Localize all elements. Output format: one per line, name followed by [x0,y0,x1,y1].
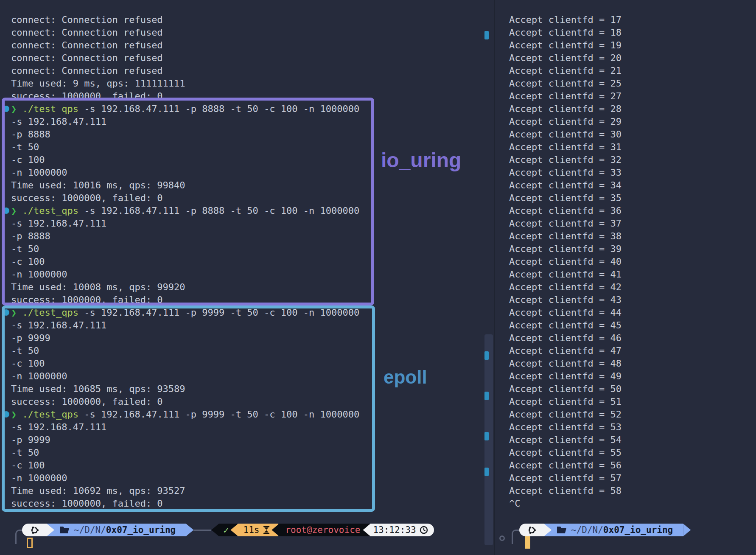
accept-line: Accept clientfd = 35 [509,192,756,205]
io-uring-annotation-box [2,98,374,306]
user-host-segment: root@zerovoice [272,524,370,536]
accept-line: Accept clientfd = 57 [509,472,756,485]
accept-line: Accept clientfd = 47 [509,345,756,357]
prompt-frame-corner [15,530,22,544]
accept-line: Accept clientfd = 33 [509,166,756,179]
duration-value: 11s [243,525,259,535]
accept-line: Accept clientfd = 20 [509,52,756,64]
terminal-line: connect: Connection refused [11,14,494,26]
accept-line: Accept clientfd = 54 [509,434,756,446]
io-uring-label: io_uring [381,149,461,172]
open-folder-icon [557,526,567,534]
accept-line: Accept clientfd = 43 [509,294,756,306]
terminal-line: connect: Connection refused [11,26,494,39]
accept-line: Accept clientfd = 52 [509,408,756,421]
prompt-frame-ring [499,535,505,541]
terminal-line: connect: Connection refused [11,52,494,64]
accept-line: Accept clientfd = 49 [509,370,756,383]
accept-line: Accept clientfd = 50 [509,383,756,395]
terminal-cursor-focused [525,535,530,549]
accept-line: Accept clientfd = 51 [509,395,756,408]
check-icon: ✓ [223,525,229,535]
os-segment [22,524,47,536]
accept-line: Accept clientfd = 48 [509,357,756,370]
accept-line: Accept clientfd = 27 [509,90,756,103]
scrollbar-command-mark[interactable] [484,351,489,360]
scrollbar-command-mark[interactable] [484,468,489,476]
epoll-label: epoll [384,367,427,388]
clock-segment: 13:12:33 [370,524,434,536]
open-folder-icon [59,526,70,534]
user-host-value: root@zerovoice [285,525,360,535]
ubuntu-logo-icon [527,526,536,535]
accept-line: Accept clientfd = 55 [509,446,756,459]
accept-line: Accept clientfd = 38 [509,230,756,243]
accept-line: Accept clientfd = 18 [509,26,756,39]
accept-line: Accept clientfd = 56 [509,459,756,472]
ubuntu-logo-icon [30,526,39,535]
accept-line: Accept clientfd = 37 [509,217,756,230]
directory-path-name: 0x07_io_uring [106,525,176,535]
accept-line: Accept clientfd = 17 [509,14,756,26]
directory-path-prefix: ~/D/N/ [571,525,603,535]
accept-line: Accept clientfd = 45 [509,319,756,332]
segment-arrow [683,524,691,536]
accept-line: Accept clientfd = 42 [509,281,756,294]
prompt-frame-corner [512,530,519,544]
terminal-line: connect: Connection refused [11,39,494,52]
time-value: 13:12:33 [373,525,416,535]
accept-line: Accept clientfd = 32 [509,154,756,166]
left-status-bar: ~/D/N/0x07_io_uring ✓ 11s root@zerovoice… [22,524,434,536]
epoll-annotation-box [2,306,375,512]
hourglass-icon [263,526,270,534]
interrupt-line: ^C [509,497,756,510]
clock-icon [420,526,428,534]
duration-segment: 11s [230,524,278,536]
directory-path-prefix: ~/D/N/ [74,525,106,535]
scrollbar-command-mark[interactable] [484,432,489,440]
accept-line: Accept clientfd = 34 [509,179,756,192]
accept-line: Accept clientfd = 44 [509,306,756,319]
terminal-line: connect: Connection refused [11,64,494,77]
terminal-line: Time used: 9 ms, qps: 111111111 [11,77,494,90]
accept-line: Accept clientfd = 36 [509,205,756,217]
accept-line: Accept clientfd = 21 [509,64,756,77]
accept-line: Accept clientfd = 58 [509,485,756,497]
accept-line: Accept clientfd = 28 [509,103,756,115]
scrollbar-command-mark[interactable] [484,31,489,39]
accept-line: Accept clientfd = 25 [509,77,756,90]
scrollbar-command-mark[interactable] [484,392,489,400]
accept-line: Accept clientfd = 31 [509,141,756,154]
prompt-connector-line [193,530,211,531]
accept-line: Accept clientfd = 29 [509,115,756,128]
directory-path-name: 0x07_io_uring [603,525,673,535]
accept-line: Accept clientfd = 41 [509,268,756,281]
os-segment [519,524,544,536]
accept-line: Accept clientfd = 19 [509,39,756,52]
accept-line: Accept clientfd = 40 [509,255,756,268]
accept-line: Accept clientfd = 53 [509,421,756,434]
right-pane-output: Accept clientfd = 17Accept clientfd = 18… [495,0,756,510]
directory-segment: ~/D/N/0x07_io_uring [47,524,186,536]
right-terminal-pane[interactable]: Accept clientfd = 17Accept clientfd = 18… [495,0,756,555]
accept-line: Accept clientfd = 46 [509,332,756,345]
accept-line: Accept clientfd = 30 [509,128,756,141]
right-status-bar: ~/D/N/0x07_io_uring [519,524,691,536]
terminal-cursor-unfocused [27,538,33,548]
segment-arrow [186,524,193,536]
directory-segment: ~/D/N/0x07_io_uring [544,524,683,536]
accept-line: Accept clientfd = 39 [509,243,756,255]
